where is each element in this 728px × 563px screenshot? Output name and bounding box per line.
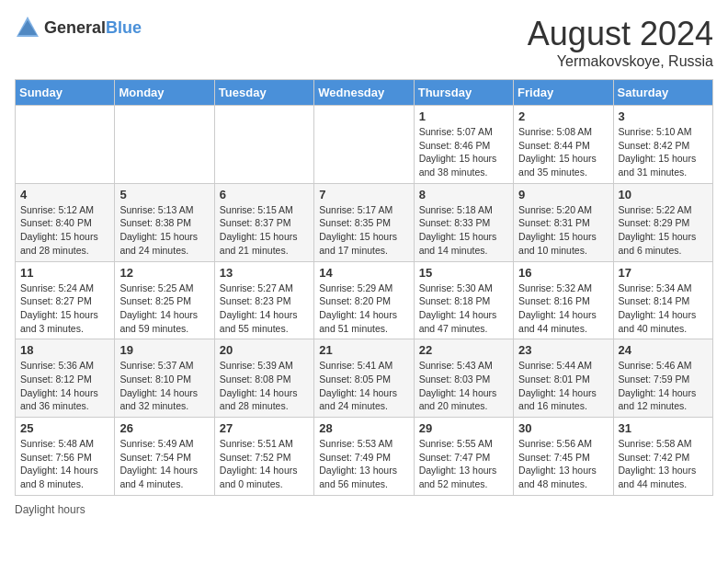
calendar-cell: 12 Sunrise: 5:25 AMSunset: 8:25 PMDaylig…	[115, 261, 214, 339]
calendar-cell: 21 Sunrise: 5:41 AMSunset: 8:05 PMDaylig…	[314, 339, 414, 418]
day-info: Sunrise: 5:18 AMSunset: 8:33 PMDaylight:…	[419, 204, 497, 256]
day-info: Sunrise: 5:30 AMSunset: 8:18 PMDaylight:…	[419, 282, 497, 334]
calendar-week-2: 4 Sunrise: 5:12 AMSunset: 8:40 PMDayligh…	[16, 183, 713, 261]
header-tuesday: Tuesday	[214, 80, 313, 106]
calendar-cell	[115, 106, 214, 184]
calendar-cell: 29 Sunrise: 5:55 AMSunset: 7:47 PMDaylig…	[414, 418, 513, 496]
day-info: Sunrise: 5:12 AMSunset: 8:40 PMDaylight:…	[20, 204, 98, 256]
svg-marker-1	[18, 20, 37, 35]
day-number: 21	[319, 343, 408, 357]
day-info: Sunrise: 5:20 AMSunset: 8:31 PMDaylight:…	[518, 204, 597, 256]
calendar-cell: 9 Sunrise: 5:20 AMSunset: 8:31 PMDayligh…	[514, 183, 613, 261]
calendar-cell: 24 Sunrise: 5:46 AMSunset: 7:59 PMDaylig…	[613, 339, 712, 418]
footer-note: Daylight hours	[15, 503, 713, 516]
day-info: Sunrise: 5:36 AMSunset: 8:12 PMDaylight:…	[20, 360, 98, 411]
month-year-title: August 2024	[528, 15, 713, 53]
day-info: Sunrise: 5:34 AMSunset: 8:14 PMDaylight:…	[619, 282, 697, 334]
day-info: Sunrise: 5:24 AMSunset: 8:27 PMDaylight:…	[20, 282, 98, 334]
day-info: Sunrise: 5:43 AMSunset: 8:03 PMDaylight:…	[419, 360, 497, 411]
calendar-week-4: 18 Sunrise: 5:36 AMSunset: 8:12 PMDaylig…	[16, 339, 713, 418]
calendar-cell: 23 Sunrise: 5:44 AMSunset: 8:01 PMDaylig…	[514, 339, 613, 418]
day-number: 13	[220, 266, 309, 280]
day-info: Sunrise: 5:48 AMSunset: 7:56 PMDaylight:…	[20, 438, 98, 489]
calendar-cell: 18 Sunrise: 5:36 AMSunset: 8:12 PMDaylig…	[16, 339, 115, 418]
day-number: 16	[518, 266, 608, 280]
day-number: 2	[518, 109, 608, 123]
day-number: 26	[119, 421, 209, 435]
day-info: Sunrise: 5:27 AMSunset: 8:23 PMDaylight:…	[220, 282, 298, 334]
day-number: 17	[619, 266, 708, 280]
day-number: 5	[119, 188, 209, 201]
header-sunday: Sunday	[16, 80, 115, 106]
days-header-row: Sunday Monday Tuesday Wednesday Thursday…	[16, 80, 713, 106]
calendar-cell: 19 Sunrise: 5:37 AMSunset: 8:10 PMDaylig…	[115, 339, 214, 418]
day-number: 9	[518, 188, 608, 201]
calendar-cell: 22 Sunrise: 5:43 AMSunset: 8:03 PMDaylig…	[414, 339, 513, 418]
calendar-cell	[16, 106, 115, 184]
day-info: Sunrise: 5:22 AMSunset: 8:29 PMDaylight:…	[619, 204, 697, 256]
day-info: Sunrise: 5:49 AMSunset: 7:54 PMDaylight:…	[119, 438, 198, 489]
day-number: 23	[518, 343, 608, 357]
logo: GeneralBlue	[15, 15, 142, 40]
header-friday: Friday	[514, 80, 613, 106]
day-info: Sunrise: 5:39 AMSunset: 8:08 PMDaylight:…	[220, 360, 298, 411]
calendar-cell: 2 Sunrise: 5:08 AMSunset: 8:44 PMDayligh…	[514, 106, 613, 184]
day-info: Sunrise: 5:13 AMSunset: 8:38 PMDaylight:…	[119, 204, 198, 256]
calendar-cell	[214, 106, 313, 184]
day-number: 12	[119, 266, 209, 280]
header-saturday: Saturday	[613, 80, 712, 106]
calendar-cell	[314, 106, 414, 184]
calendar-cell: 31 Sunrise: 5:58 AMSunset: 7:42 PMDaylig…	[613, 418, 712, 496]
calendar-table: Sunday Monday Tuesday Wednesday Thursday…	[15, 79, 713, 496]
day-number: 18	[20, 343, 109, 357]
day-info: Sunrise: 5:46 AMSunset: 7:59 PMDaylight:…	[619, 360, 697, 411]
calendar-week-3: 11 Sunrise: 5:24 AMSunset: 8:27 PMDaylig…	[16, 261, 713, 339]
calendar-cell: 13 Sunrise: 5:27 AMSunset: 8:23 PMDaylig…	[214, 261, 313, 339]
day-number: 28	[319, 421, 408, 435]
day-number: 24	[619, 343, 708, 357]
day-number: 7	[319, 188, 408, 201]
day-number: 8	[419, 188, 508, 201]
day-number: 11	[20, 266, 109, 280]
calendar-week-5: 25 Sunrise: 5:48 AMSunset: 7:56 PMDaylig…	[16, 418, 713, 496]
day-number: 20	[220, 343, 309, 357]
day-number: 1	[419, 109, 508, 123]
calendar-cell: 17 Sunrise: 5:34 AMSunset: 8:14 PMDaylig…	[613, 261, 712, 339]
day-info: Sunrise: 5:41 AMSunset: 8:05 PMDaylight:…	[319, 360, 397, 411]
day-info: Sunrise: 5:07 AMSunset: 8:46 PMDaylight:…	[419, 126, 497, 178]
header-wednesday: Wednesday	[314, 80, 414, 106]
calendar-cell: 30 Sunrise: 5:56 AMSunset: 7:45 PMDaylig…	[514, 418, 613, 496]
day-info: Sunrise: 5:55 AMSunset: 7:47 PMDaylight:…	[419, 438, 497, 489]
day-info: Sunrise: 5:32 AMSunset: 8:16 PMDaylight:…	[518, 282, 597, 334]
calendar-cell: 1 Sunrise: 5:07 AMSunset: 8:46 PMDayligh…	[414, 106, 513, 184]
calendar-cell: 3 Sunrise: 5:10 AMSunset: 8:42 PMDayligh…	[613, 106, 712, 184]
day-info: Sunrise: 5:25 AMSunset: 8:25 PMDaylight:…	[119, 282, 198, 334]
day-number: 30	[518, 421, 608, 435]
header-monday: Monday	[115, 80, 214, 106]
day-info: Sunrise: 5:37 AMSunset: 8:10 PMDaylight:…	[119, 360, 198, 411]
day-number: 31	[619, 421, 708, 435]
day-info: Sunrise: 5:08 AMSunset: 8:44 PMDaylight:…	[518, 126, 597, 178]
page-header: GeneralBlue August 2024 Yermakovskoye, R…	[15, 15, 713, 70]
day-number: 29	[419, 421, 508, 435]
day-number: 4	[20, 188, 109, 201]
calendar-cell: 20 Sunrise: 5:39 AMSunset: 8:08 PMDaylig…	[214, 339, 313, 418]
day-info: Sunrise: 5:51 AMSunset: 7:52 PMDaylight:…	[220, 438, 298, 489]
logo-icon	[15, 15, 40, 40]
day-info: Sunrise: 5:10 AMSunset: 8:42 PMDaylight:…	[619, 126, 697, 178]
day-number: 19	[119, 343, 209, 357]
day-info: Sunrise: 5:17 AMSunset: 8:35 PMDaylight:…	[319, 204, 397, 256]
calendar-cell: 14 Sunrise: 5:29 AMSunset: 8:20 PMDaylig…	[314, 261, 414, 339]
logo-blue: Blue	[106, 18, 142, 37]
calendar-cell: 25 Sunrise: 5:48 AMSunset: 7:56 PMDaylig…	[16, 418, 115, 496]
logo-text: GeneralBlue	[44, 18, 142, 38]
day-number: 22	[419, 343, 508, 357]
day-info: Sunrise: 5:58 AMSunset: 7:42 PMDaylight:…	[619, 438, 697, 489]
calendar-cell: 28 Sunrise: 5:53 AMSunset: 7:49 PMDaylig…	[314, 418, 414, 496]
calendar-cell: 5 Sunrise: 5:13 AMSunset: 8:38 PMDayligh…	[115, 183, 214, 261]
calendar-cell: 7 Sunrise: 5:17 AMSunset: 8:35 PMDayligh…	[314, 183, 414, 261]
day-number: 25	[20, 421, 109, 435]
logo-general: General	[44, 18, 106, 37]
day-number: 10	[619, 188, 708, 201]
day-info: Sunrise: 5:29 AMSunset: 8:20 PMDaylight:…	[319, 282, 397, 334]
